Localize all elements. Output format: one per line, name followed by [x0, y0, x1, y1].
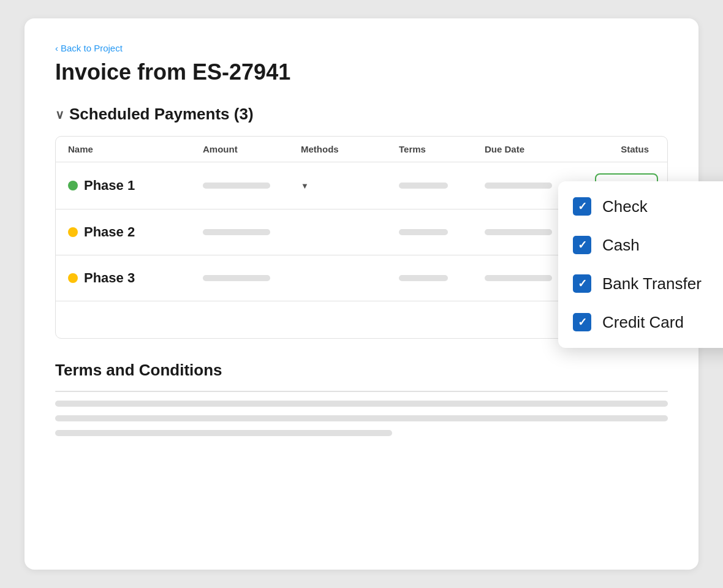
method-dropdown-arrow[interactable]: ▼	[301, 181, 309, 190]
phase-2-terms-bar	[399, 229, 448, 235]
col-due-date: Due Date	[485, 144, 595, 154]
cash-label: Cash	[602, 236, 640, 255]
phase-1-terms-bar	[399, 183, 448, 189]
phase-2-label: Phase 2	[84, 224, 135, 240]
col-name: Name	[68, 144, 203, 154]
dropdown-item-check[interactable]: Check	[558, 187, 723, 226]
credit-card-label: Credit Card	[602, 313, 684, 332]
table-header-row: Name Amount Methods Terms Due Date Statu…	[56, 137, 667, 162]
phase-3-due-date-bar	[485, 275, 552, 281]
back-to-project-link[interactable]: ‹ Back to Project	[55, 43, 668, 53]
dropdown-item-credit-card[interactable]: Credit Card	[558, 303, 723, 342]
bank-transfer-checkbox[interactable]	[573, 274, 591, 293]
invoice-card: ‹ Back to Project Invoice from ES-27941 …	[25, 18, 698, 570]
terms-line-1	[55, 401, 668, 407]
terms-divider	[55, 391, 668, 392]
chevron-left-icon: ‹	[55, 43, 58, 53]
col-terms: Terms	[399, 144, 485, 154]
section-label: Scheduled Payments (3)	[69, 105, 254, 124]
phase-3-amount-bar	[203, 275, 270, 281]
credit-card-checkbox[interactable]	[573, 313, 591, 331]
phase-2-amount-bar	[203, 229, 270, 235]
back-link-label: Back to Project	[61, 43, 123, 53]
section-chevron-icon[interactable]: ∨	[55, 107, 64, 122]
cash-checkbox[interactable]	[573, 236, 591, 254]
scheduled-payments-header: ∨ Scheduled Payments (3)	[55, 105, 668, 124]
phase-2-status-dot	[68, 227, 78, 237]
phase-3-terms-bar	[399, 275, 448, 281]
dropdown-item-cash[interactable]: Cash	[558, 226, 723, 265]
phase-2-due-date-bar	[485, 229, 552, 235]
phase-1-name: Phase 1	[68, 178, 203, 194]
payments-table: Name Amount Methods Terms Due Date Statu…	[55, 136, 668, 339]
phase-3-status-dot	[68, 273, 78, 283]
phase-2-name: Phase 2	[68, 224, 203, 240]
col-amount: Amount	[203, 144, 301, 154]
phase-1-amount-bar	[203, 183, 270, 189]
terms-line-3	[55, 430, 392, 436]
check-label: Check	[602, 197, 648, 216]
bank-transfer-label: Bank Transfer	[602, 274, 702, 293]
phase-3-name: Phase 3	[68, 270, 203, 286]
check-checkbox[interactable]	[573, 197, 591, 216]
terms-line-2	[55, 415, 668, 421]
dropdown-item-bank-transfer[interactable]: Bank Transfer	[558, 265, 723, 303]
page-title: Invoice from ES-27941	[55, 59, 668, 85]
table-row: Phase 1 ▼ Check Cash Ba	[56, 162, 667, 209]
phase-1-due-date-bar	[485, 183, 552, 189]
phase-1-method-cell: ▼ Check Cash Bank Transfer	[301, 181, 399, 190]
phase-3-label: Phase 3	[84, 270, 135, 286]
col-methods: Methods	[301, 144, 399, 154]
method-dropdown-menu: Check Cash Bank Transfer Credit Card	[558, 181, 723, 348]
terms-section: Terms and Conditions	[55, 361, 668, 436]
phase-1-status-dot	[68, 181, 78, 190]
terms-title: Terms and Conditions	[55, 361, 668, 380]
col-status: Status	[595, 144, 655, 154]
phase-1-label: Phase 1	[84, 178, 135, 194]
